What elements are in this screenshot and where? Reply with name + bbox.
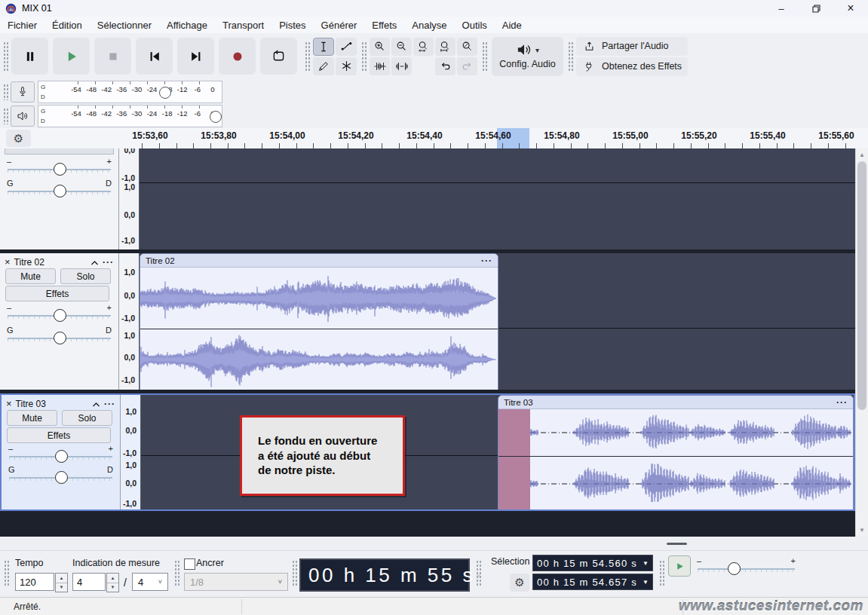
track-2-mute-button[interactable]: Mute: [5, 268, 56, 284]
minimize-button[interactable]: –: [764, 0, 799, 17]
clip-menu-icon[interactable]: ···: [481, 257, 492, 265]
menu-item-edition[interactable]: Édition: [44, 18, 90, 32]
menu-item-generer[interactable]: Générer: [314, 18, 365, 32]
track-menu-icon[interactable]: ···: [103, 259, 114, 266]
toolbar-grip[interactable]: [568, 41, 573, 72]
gain-slider-thumb[interactable]: [54, 309, 66, 322]
track-1-vertical-ruler[interactable]: 0,0-1,01,00,0-1,0: [119, 148, 140, 249]
menu-item-aide[interactable]: Aide: [495, 18, 529, 32]
recording-meter-panel[interactable]: GD -54-48-42-36-30-24-18-12-60: [38, 81, 222, 103]
playback-speed-slider[interactable]: – +: [695, 557, 797, 577]
zoom-toggle-button[interactable]: [457, 38, 477, 56]
pan-slider-thumb[interactable]: [54, 332, 66, 344]
track-2-title[interactable]: Titre 02: [14, 257, 44, 268]
toolbar-grip[interactable]: [476, 560, 481, 587]
track-2-clip-header[interactable]: Titre 02 ···: [140, 254, 498, 268]
track-1-effects-button-clipped[interactable]: Effets: [5, 148, 114, 155]
tempo-input[interactable]: [15, 573, 54, 591]
play-at-speed-button[interactable]: [668, 555, 691, 577]
track-3-panel[interactable]: × Titre 03 ··· Mute Solo Effets – +: [2, 395, 121, 509]
pause-button[interactable]: [11, 38, 48, 75]
selection-start-field[interactable]: 00 h 15 m 54.560 s▼: [532, 555, 653, 571]
track-3-solo-button[interactable]: Solo: [62, 410, 112, 426]
track-3-pan-slider[interactable]: G D: [7, 466, 115, 485]
toolbar-grip[interactable]: [361, 41, 367, 72]
snap-checkbox[interactable]: [184, 558, 195, 570]
toolbar-grip[interactable]: [3, 84, 8, 100]
toolbar-grip[interactable]: [3, 108, 8, 124]
recording-volume-thumb[interactable]: [159, 87, 171, 99]
get-effects-button[interactable]: Obtenez des Effets: [576, 57, 688, 76]
audio-position-display[interactable]: 00 h 15 m 55 s ▾: [299, 558, 470, 592]
time-signature-upper-input[interactable]: [72, 573, 106, 591]
track-3-clip-header[interactable]: Titre 03 ···: [498, 396, 853, 409]
tempo-spinner[interactable]: ▲▼: [55, 573, 68, 592]
scroll-down-icon[interactable]: ▼: [856, 525, 868, 536]
toolbar-grip[interactable]: [174, 560, 179, 587]
timeline-options-button[interactable]: ⚙: [6, 130, 31, 147]
audio-setup-button[interactable]: ▾ Config. Audio: [492, 37, 563, 76]
redo-button[interactable]: [457, 57, 477, 75]
toolbar-grip[interactable]: [3, 41, 8, 72]
fit-project-button[interactable]: [435, 38, 455, 56]
share-audio-button[interactable]: Partager l'Audio: [576, 37, 688, 56]
collapse-track-icon[interactable]: [90, 255, 99, 269]
track-2-gain-slider[interactable]: – +: [5, 304, 113, 323]
toolbar-grip[interactable]: [482, 41, 487, 72]
selection-end-field[interactable]: 00 h 15 m 54.657 s▼: [532, 574, 653, 590]
envelope-tool-button[interactable]: [336, 38, 357, 56]
track-1-panel[interactable]: Effets – + G D: [0, 148, 119, 249]
toolbar-grip[interactable]: [292, 560, 297, 587]
skip-to-start-button[interactable]: [136, 38, 173, 75]
time-signature-lower-select[interactable]: 4˅: [132, 573, 168, 591]
scroll-up-icon[interactable]: ▲: [856, 149, 868, 161]
track-1-waveform-area[interactable]: [140, 148, 855, 249]
menu-item-outils[interactable]: Outils: [455, 18, 495, 32]
pan-slider-thumb[interactable]: [55, 471, 68, 484]
restore-button[interactable]: [799, 0, 833, 17]
playback-volume-thumb[interactable]: [210, 111, 222, 123]
gain-slider-thumb[interactable]: [55, 450, 68, 463]
scrollbar-thumb[interactable]: [857, 161, 866, 410]
track-1-pan-slider[interactable]: G D: [5, 179, 113, 199]
resize-handle[interactable]: [667, 543, 687, 545]
toolbar-grip[interactable]: [305, 41, 310, 72]
loop-button[interactable]: [260, 38, 297, 75]
menu-item-analyse[interactable]: Analyse: [404, 18, 454, 32]
track-2-clip[interactable]: Titre 02 ···: [140, 253, 498, 390]
track-3-clip[interactable]: Titre 03 ···: [498, 395, 854, 509]
menu-item-affichage[interactable]: Affichage: [159, 18, 215, 32]
track-menu-icon[interactable]: ···: [104, 400, 115, 408]
close-button[interactable]: ×: [833, 0, 868, 17]
speed-slider-thumb[interactable]: [728, 562, 741, 575]
stop-button[interactable]: [94, 38, 131, 75]
track-3-gain-slider[interactable]: – +: [7, 445, 115, 464]
collapse-track-icon[interactable]: [92, 397, 100, 411]
pan-slider-thumb[interactable]: [54, 185, 66, 197]
track-2-solo-button[interactable]: Solo: [60, 268, 111, 284]
timeline-ruler[interactable]: ⚙ 15:53,6015:53,8015:54,0015:54,2015:54,…: [0, 128, 868, 149]
clip-menu-icon[interactable]: ···: [836, 399, 848, 406]
playback-meter-panel[interactable]: GD -54-48-42-36-30-24-18-12-60: [38, 105, 222, 127]
skip-to-end-button[interactable]: [177, 38, 214, 75]
menu-item-effets[interactable]: Effets: [364, 18, 404, 32]
toolbar-grip[interactable]: [659, 560, 664, 587]
track-3-title[interactable]: Titre 03: [16, 399, 46, 409]
gain-slider-thumb[interactable]: [54, 163, 66, 176]
track-2-waveform-area[interactable]: Titre 02 ···: [140, 253, 855, 390]
record-button[interactable]: [219, 38, 256, 75]
microphone-icon[interactable]: [11, 81, 35, 102]
undo-button[interactable]: [435, 57, 455, 75]
speaker-icon[interactable]: [11, 106, 35, 127]
play-button[interactable]: [53, 38, 90, 75]
track-3-effects-button[interactable]: Effets: [7, 427, 111, 443]
trim-audio-button[interactable]: [370, 57, 390, 75]
zoom-in-button[interactable]: [370, 38, 390, 56]
snap-value-select[interactable]: 1/8˅: [184, 573, 288, 591]
track-3-mute-button[interactable]: Mute: [7, 410, 57, 426]
draw-tool-button[interactable]: [313, 57, 334, 75]
zoom-out-button[interactable]: [391, 38, 412, 56]
track-2-pan-slider[interactable]: G D: [5, 326, 113, 346]
menu-item-pistes[interactable]: Pistes: [271, 18, 313, 32]
track-2-vertical-ruler[interactable]: 1,00,0-1,01,00,0-1,0: [119, 253, 140, 390]
